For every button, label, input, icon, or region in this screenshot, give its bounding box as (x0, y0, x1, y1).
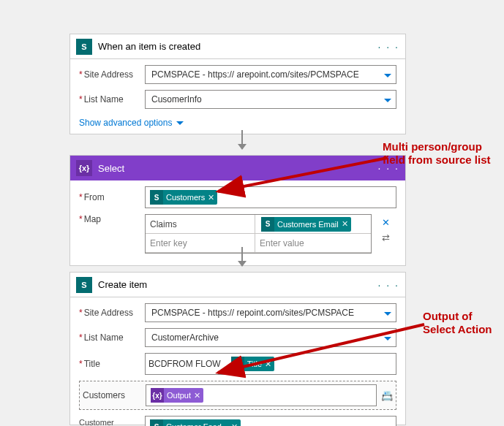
list-name-dropdown[interactable]: CustomerArchive (145, 328, 396, 347)
people-picker-icon[interactable]: 📇 (381, 390, 393, 401)
connector-arrow-icon (241, 130, 243, 149)
sharepoint-icon: S (76, 277, 92, 293)
list-name-label: List Name (79, 332, 145, 343)
create-item-title: Create item (98, 279, 378, 290)
customers-token[interactable]: SCustomers✕ (150, 190, 217, 205)
customers-label: Customers (83, 390, 146, 400)
card-menu-icon[interactable]: · · · (378, 41, 399, 53)
remove-token-icon[interactable]: ✕ (342, 219, 348, 229)
switch-mode-icon[interactable]: ⇄ (382, 232, 390, 243)
site-address-dropdown[interactable]: PCMSPACE - https:// repoint.com/sites/PC… (145, 303, 396, 322)
map-key-input[interactable]: Claims (146, 215, 255, 234)
title-label: Title (79, 359, 145, 369)
map-value-input[interactable]: SCustomers Email✕ (255, 215, 371, 234)
remove-token-icon[interactable]: ✕ (208, 193, 214, 202)
feedback-input[interactable]: SCustomer Feed...✕ (145, 416, 396, 426)
create-item-header[interactable]: S Create item · · · (70, 273, 405, 297)
map-label: Map (79, 214, 145, 224)
card-menu-icon[interactable]: · · · (378, 279, 399, 291)
customers-email-token[interactable]: SCustomers Email✕ (261, 217, 351, 232)
title-token[interactable]: STitle✕ (231, 357, 274, 371)
list-name-dropdown[interactable]: CusomerInfo (145, 90, 396, 109)
data-operation-icon: {x} (76, 160, 92, 176)
output-token[interactable]: {x}Output✕ (151, 388, 203, 403)
title-input[interactable]: BCDFROM FLOW _ STitle✕ (145, 353, 396, 375)
trigger-title: When an item is created (98, 41, 378, 52)
map-value-input[interactable]: Enter value (255, 234, 371, 253)
annotation-text: Output ofSelect Action (423, 310, 492, 336)
select-title: Select (98, 163, 378, 174)
site-address-label: Site Address (79, 69, 145, 80)
remove-token-icon[interactable]: ✕ (194, 391, 200, 400)
customer-feedback-token[interactable]: SCustomer Feed...✕ (150, 419, 241, 426)
customers-group: Customers {x}Output✕ 📇 (79, 381, 396, 410)
list-name-label: List Name (79, 94, 145, 104)
remove-token-icon[interactable]: ✕ (231, 422, 238, 427)
delete-row-icon[interactable]: ✕ (382, 217, 390, 228)
remove-token-icon[interactable]: ✕ (265, 360, 271, 369)
annotation-text: Multi person/groupfield from source list (383, 140, 491, 167)
select-header[interactable]: {x} Select · · · (70, 156, 405, 180)
create-item-card: S Create item · · · Site Address PCMSPAC… (69, 272, 406, 425)
map-grid: Claims SCustomers Email✕ Enter key Enter… (145, 214, 372, 254)
trigger-header[interactable]: S When an item is created · · · (70, 34, 405, 59)
feedback-label: Customer Feedback (79, 418, 145, 426)
select-card: {x} Select · · · From SCustomers✕ Map Cl… (69, 155, 406, 266)
customers-input[interactable]: {x}Output✕ (146, 384, 377, 406)
site-address-label: Site Address (79, 308, 145, 318)
sharepoint-icon: S (76, 39, 92, 55)
from-input[interactable]: SCustomers✕ (145, 186, 396, 208)
connector-arrow-icon (241, 247, 243, 266)
site-address-dropdown[interactable]: PCMSPACE - https:// arepoint.com/sites/P… (145, 65, 396, 84)
map-key-input[interactable]: Enter key (146, 234, 255, 253)
trigger-card: S When an item is created · · · Site Add… (69, 34, 406, 134)
show-advanced-link[interactable]: Show advanced options (79, 118, 184, 128)
from-label: From (79, 192, 145, 202)
